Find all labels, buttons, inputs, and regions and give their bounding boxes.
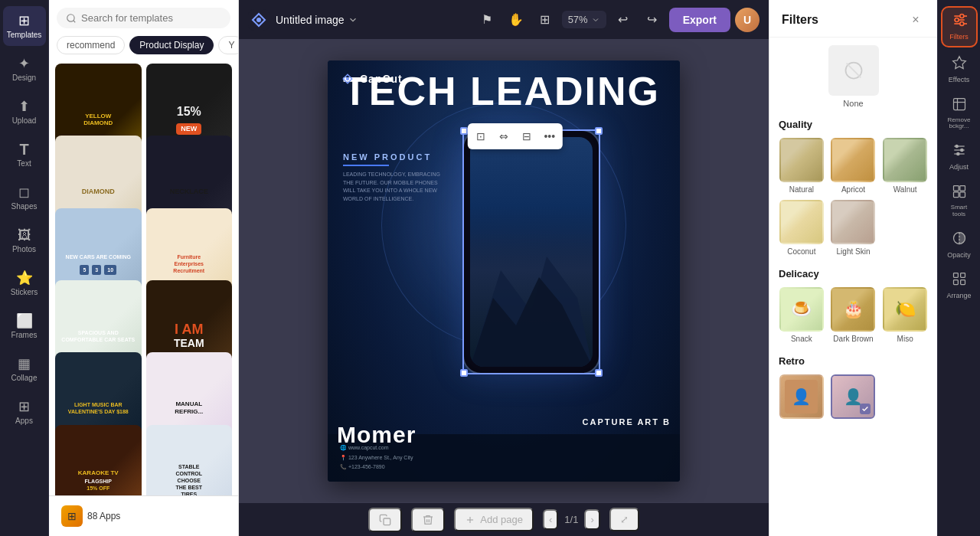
filter-none[interactable]: None [779,45,928,108]
tab-y[interactable]: Y [218,36,238,54]
right-rail-effects[interactable]: Effects [941,51,978,89]
top-bar-tools: ⚑ ✋ ⊞ 57% ↩ ↪ Export U [475,8,760,32]
sidebar-item-text[interactable]: T Text [3,135,46,175]
photos-icon: 🖼 [16,227,33,243]
arrange-icon [952,271,967,290]
template-item[interactable]: STABLECONTROLCHOOSETHE BESTTIRES [146,425,233,495]
arrange-label: Arrange [946,292,971,300]
filter-item-lightskin[interactable]: Light Skin [831,200,877,256]
filter-item-retro1[interactable]: 👤 [779,374,825,422]
filter-thumb-miso: 🍋 [883,287,927,332]
svg-point-4 [346,77,349,80]
sidebar-item-upload[interactable]: ⬆ Upload [3,92,46,132]
sidebar-item-label: Upload [12,116,37,126]
filter-item-retro2[interactable]: 👤 [831,374,877,422]
svg-rect-22 [953,98,965,109]
user-avatar[interactable]: U [735,8,760,32]
right-rail-adjust[interactable]: Adjust [941,138,978,176]
filters-content: None Quality Natural Apricot Walnut Coco… [769,38,937,536]
right-rail-remove-bg[interactable]: Removebckgr... [941,92,978,136]
plus-icon [465,515,475,525]
filter-item-darkbrown[interactable]: 🎂 Dark Brown [831,287,877,343]
sidebar-item-shapes[interactable]: ◻ Shapes [3,178,46,217]
svg-rect-39 [960,280,965,285]
sidebar-item-photos[interactable]: 🖼 Photos [3,221,46,260]
export-button[interactable]: Export [669,8,730,32]
adjust-label: Adjust [949,163,969,172]
zoom-control[interactable]: 57% [562,11,606,28]
filter-label-natural: Natural [789,185,814,194]
close-filters-button[interactable]: × [906,11,925,29]
canvas-phone [462,129,600,374]
sidebar-item-label: Templates [7,31,42,40]
template-item[interactable]: KARAOKE TV FLAGSHIP 15% OFF [55,425,142,495]
undo-button[interactable]: ↩ [611,8,635,32]
crop-tool-button[interactable]: ⊡ [470,126,492,147]
hand-tool-button[interactable]: ✋ [504,8,528,32]
filters-rail-icon [952,12,967,31]
flag-tool-button[interactable]: ⚑ [475,8,499,32]
sidebar-item-apps[interactable]: ⊞ Apps [3,392,46,432]
shapes-icon: ◻ [16,184,33,201]
sidebar-item-label: Text [17,159,31,168]
retro-filters-grid: 👤 👤 [779,374,928,422]
templates-grid: YELLOWDIAMOND 15% NEW DIAMOND NECKLACE N… [49,60,238,495]
layout-tool-button[interactable]: ⊞ [533,8,557,32]
svg-point-13 [959,15,963,18]
sidebar-item-frames[interactable]: ⬜ Frames [3,306,46,346]
filter-item-coconut[interactable]: Coconut [779,200,825,256]
sidebar-item-collage[interactable]: ▦ Collage [3,349,46,389]
tab-recommend[interactable]: recommend [57,36,125,54]
sidebar-item-label: Photos [12,245,36,254]
search-box[interactable] [57,8,230,28]
file-name[interactable]: Untitled image [276,14,358,26]
canvas-description: LEADING TECHNOLOGY, EMBRACING THE FUTURE… [343,171,443,203]
canvas-address: 123 Anywhere St., Any City [348,455,413,460]
apps-item[interactable]: ⊞ 88 Apps [55,501,232,531]
svg-rect-31 [953,185,959,191]
filter-none-label: None [843,99,863,108]
flip-tool-button[interactable]: ⇔ [493,126,514,147]
canvas-container[interactable]: CapCut TECH LEADING NEW PRODUCT LEADING … [239,40,769,502]
right-rail: Filters Effects Removebckgr... Adjust [937,0,980,536]
opacity-icon [952,230,967,250]
zoom-level: 57% [568,14,588,25]
sidebar-item-templates[interactable]: ⊞ Templates [3,6,46,46]
redo-button[interactable]: ↪ [640,8,665,32]
copy-tool-button[interactable]: ⊟ [516,126,537,147]
fullscreen-button[interactable]: ⤢ [609,508,639,531]
right-rail-arrange[interactable]: Arrange [941,266,978,305]
no-filter-icon [843,60,864,81]
sidebar-item-stickers[interactable]: ⭐ Stickers [3,263,46,303]
sidebar-item-label: Stickers [11,288,38,297]
filter-item-walnut[interactable]: Walnut [882,138,928,194]
filter-label-apricot: Apricot [841,185,865,194]
duplicate-page-button[interactable] [368,508,402,532]
add-page-label: Add page [480,514,523,525]
right-rail-filters[interactable]: Filters [941,6,978,47]
prev-page-button[interactable]: ‹ [543,509,558,530]
selection-toolbar: ⊡ ⇔ ⊟ ••• [468,123,563,149]
svg-rect-33 [953,192,959,198]
tab-product-display[interactable]: Product Display [129,36,214,54]
next-page-button[interactable]: › [584,509,599,530]
right-rail-smart-tools[interactable]: Smarttools [941,179,978,223]
filter-item-natural[interactable]: Natural [779,138,825,194]
filter-thumb-retro2: 👤 [831,374,875,419]
svg-point-29 [960,149,962,152]
delete-page-button[interactable] [411,508,445,532]
svg-rect-36 [953,273,958,278]
filters-rail-label: Filters [949,33,969,41]
filter-item-apricot[interactable]: Apricot [831,138,877,194]
sidebar-item-design[interactable]: ✦ Design [3,49,46,89]
search-input[interactable] [81,12,221,24]
svg-rect-32 [959,185,965,191]
filter-item-miso[interactable]: 🍋 Miso [882,287,928,343]
collage-icon: ▦ [16,355,33,372]
filter-item-snack[interactable]: 🍮 Snack [779,287,825,343]
remove-bg-icon [952,96,967,116]
add-page-button[interactable]: Add page [454,508,534,531]
quality-section-title: Quality [779,119,928,130]
right-rail-opacity[interactable]: Opacity [941,226,978,264]
more-options-button[interactable]: ••• [539,126,560,147]
